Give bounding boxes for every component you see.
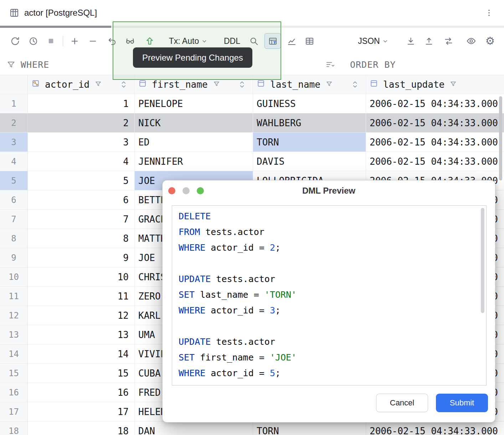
cell-last-update[interactable]: 2006-02-15 04:34:33.000	[366, 152, 504, 171]
stop-button[interactable]	[43, 33, 59, 49]
row-number[interactable]: 13	[0, 325, 28, 344]
cell-last-update[interactable]: 2006-02-15 04:34:33.000	[366, 113, 504, 133]
revert-button[interactable]	[104, 33, 120, 49]
delete-row-button[interactable]	[84, 33, 101, 49]
row-number[interactable]: 15	[0, 364, 28, 383]
cell-actor-id[interactable]: 15	[28, 364, 135, 383]
sql-preview-pane[interactable]: DELETEFROM tests.actorWHERE actor_id = 2…	[172, 205, 487, 385]
cell-last-update[interactable]: 2006-02-15 04:34:33.000	[366, 133, 504, 152]
sort-toggle[interactable]	[239, 80, 245, 89]
cell-last-update[interactable]: 2006-02-15 04:34:33.000	[366, 94, 504, 113]
cell-actor-id[interactable]: 3	[28, 133, 135, 152]
row-number[interactable]: 17	[0, 402, 28, 421]
cell-actor-id[interactable]: 9	[28, 248, 135, 267]
row-number[interactable]: 7	[0, 210, 28, 229]
submit-button[interactable]: Submit	[436, 394, 488, 412]
cell-actor-id[interactable]: 13	[28, 325, 135, 344]
cell-first-name[interactable]: DAN	[135, 421, 253, 435]
cell-actor-id[interactable]: 10	[28, 267, 135, 287]
preview-pending-changes-button[interactable]	[122, 33, 138, 49]
row-number[interactable]: 16	[0, 383, 28, 402]
cell-last-name[interactable]: TORN	[253, 133, 366, 152]
table-row[interactable]: 2 2 NICK WAHLBERG 2006-02-15 04:34:33.00…	[0, 113, 504, 133]
cell-actor-id[interactable]: 8	[28, 229, 135, 248]
column-header-actor-id[interactable]: actor_id	[28, 75, 135, 94]
tx-mode-dropdown[interactable]: Tx: Auto	[166, 33, 210, 49]
cell-actor-id[interactable]: 5	[28, 171, 135, 190]
filter-icon[interactable]	[325, 79, 333, 90]
cell-first-name[interactable]: JENNIFER	[135, 152, 253, 171]
search-button[interactable]	[246, 33, 262, 49]
cell-actor-id[interactable]: 12	[28, 306, 135, 325]
row-number[interactable]: 4	[0, 152, 28, 171]
cell-first-name[interactable]: NICK	[135, 113, 253, 133]
row-number[interactable]: 12	[0, 306, 28, 325]
close-button[interactable]	[168, 187, 175, 194]
order-by-label[interactable]: ORDER BY	[350, 60, 396, 70]
column-header-last-update[interactable]: last_update	[366, 75, 504, 94]
cell-actor-id[interactable]: 7	[28, 210, 135, 229]
cell-actor-id[interactable]: 18	[28, 421, 135, 435]
where-label[interactable]: WHERE	[21, 60, 49, 70]
column-header-first-name[interactable]: first_name	[135, 75, 253, 94]
row-number[interactable]: 9	[0, 248, 28, 267]
filter-icon[interactable]	[213, 79, 220, 90]
table-row[interactable]: 1 1 PENELOPE GUINESS 2006-02-15 04:34:33…	[0, 94, 504, 113]
column-header-last-name[interactable]: last_name	[253, 75, 366, 94]
filter-icon[interactable]	[94, 79, 102, 90]
row-number[interactable]: 1	[0, 94, 28, 113]
table-scrollbar[interactable]	[499, 96, 502, 180]
corner-cell[interactable]	[0, 75, 28, 94]
refresh-button[interactable]	[7, 33, 23, 49]
row-number[interactable]: 8	[0, 229, 28, 248]
cancel-button[interactable]: Cancel	[376, 394, 428, 412]
settings-button[interactable]: ⚙	[482, 33, 498, 49]
sort-toggle[interactable]	[352, 80, 358, 89]
cell-actor-id[interactable]: 2	[28, 113, 135, 133]
cell-actor-id[interactable]: 16	[28, 383, 135, 402]
zoom-button[interactable]	[197, 187, 204, 194]
ddl-button[interactable]: DDL	[221, 33, 243, 49]
row-number[interactable]: 11	[0, 287, 28, 306]
table-row[interactable]: 3 3 ED TORN 2006-02-15 04:34:33.000	[0, 133, 504, 152]
cell-actor-id[interactable]: 1	[28, 94, 135, 113]
cell-last-name[interactable]: DAVIS	[253, 152, 366, 171]
filter-icon[interactable]	[449, 79, 457, 90]
dialog-header[interactable]: DML Preview	[163, 180, 495, 201]
row-number[interactable]: 10	[0, 267, 28, 287]
cell-first-name[interactable]: PENELOPE	[135, 94, 253, 113]
where-filter-icon[interactable]	[6, 60, 16, 69]
cell-actor-id[interactable]: 17	[28, 402, 135, 421]
cell-actor-id[interactable]: 6	[28, 190, 135, 210]
more-options-button[interactable]	[482, 6, 496, 20]
migrate-button[interactable]	[440, 33, 457, 49]
table-row[interactable]: 18 18 DAN TORN 2006-02-15 04:34:33.000	[0, 421, 504, 435]
order-by-icon[interactable]	[325, 60, 335, 70]
dialog-scrollbar-thumb[interactable]	[481, 208, 484, 313]
cell-last-name[interactable]: GUINESS	[253, 94, 366, 113]
add-row-button[interactable]	[66, 33, 83, 49]
preview-appearance-button[interactable]	[463, 33, 479, 49]
cell-last-name[interactable]: WAHLBERG	[253, 113, 366, 133]
cell-actor-id[interactable]: 4	[28, 152, 135, 171]
row-number[interactable]: 3	[0, 133, 28, 152]
cell-actor-id[interactable]: 11	[28, 287, 135, 306]
upload-button[interactable]	[421, 33, 437, 49]
row-number[interactable]: 5	[0, 171, 28, 190]
row-number[interactable]: 18	[0, 421, 28, 435]
minimize-button[interactable]	[182, 187, 190, 194]
table-row[interactable]: 4 4 JENNIFER DAVIS 2006-02-15 04:34:33.0…	[0, 152, 504, 171]
grid-view-button[interactable]	[301, 33, 318, 49]
row-number[interactable]: 6	[0, 190, 28, 210]
cell-actor-id[interactable]: 14	[28, 344, 135, 364]
format-dropdown[interactable]: JSON	[355, 33, 391, 49]
cell-last-update[interactable]: 2006-02-15 04:34:33.000	[366, 421, 504, 435]
submit-changes-button[interactable]	[142, 33, 158, 49]
cell-first-name[interactable]: ED	[135, 133, 253, 152]
download-button[interactable]	[402, 33, 419, 49]
history-button[interactable]	[25, 33, 41, 49]
chart-button[interactable]	[283, 33, 300, 49]
sort-toggle[interactable]	[121, 80, 127, 89]
row-number[interactable]: 14	[0, 344, 28, 364]
filter-rows-button[interactable]	[264, 33, 281, 49]
